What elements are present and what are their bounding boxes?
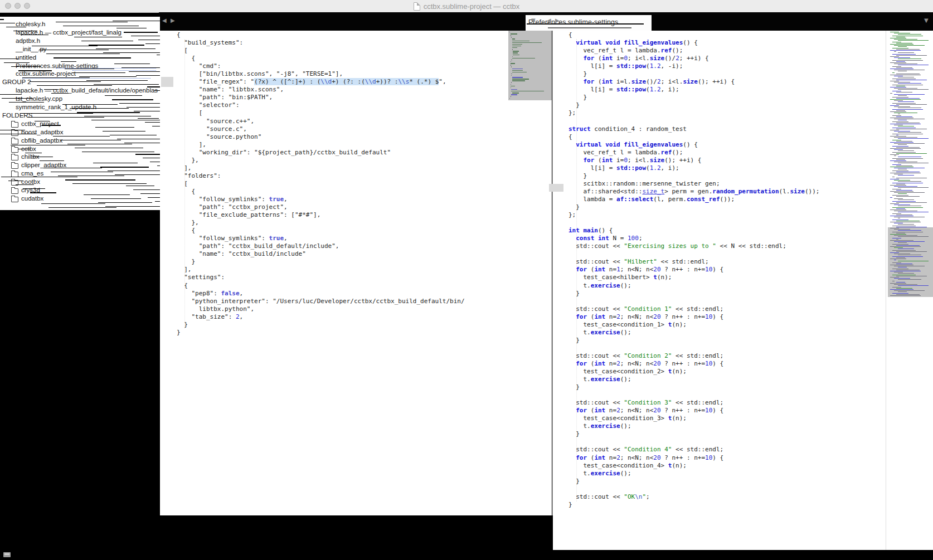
sidebar: cholesky.hlapacke.h — cctbx_project/fast… (0, 17, 160, 210)
minimap-line (511, 91, 544, 91)
minimap-json[interactable] (508, 31, 552, 100)
minimap-line (898, 65, 929, 65)
minimap-line (898, 267, 907, 267)
minimap-line (894, 137, 917, 138)
cpp-code-area[interactable]: { virtual void fill_eigenvalues() { vec_… (568, 31, 819, 509)
minimap-line (512, 46, 521, 46)
minimap-line (890, 44, 913, 45)
glitch-artifact (61, 61, 76, 62)
minimap-line (512, 92, 519, 93)
sidebar-item-cholesky.h[interactable]: cholesky.h (16, 21, 45, 29)
minimap-line (892, 115, 901, 116)
glitch-artifact (63, 26, 139, 26)
minimap-line (512, 47, 517, 48)
minimap-line (890, 259, 906, 259)
tab-scroll-right-icon[interactable]: ▶ (171, 17, 175, 23)
minimap-line (898, 89, 929, 90)
minimap-line (894, 125, 903, 125)
minimap-line (892, 244, 908, 245)
minimap-line (890, 203, 899, 204)
folder-icon (11, 147, 18, 153)
glitch-artifact (134, 111, 160, 111)
glitch-artifact (65, 179, 135, 181)
minimap-line (894, 192, 925, 193)
tab-preferences-sublime-settings[interactable]: Preferences.sublime-settings (526, 15, 652, 31)
minimap-line (896, 184, 905, 184)
json-code-area[interactable]: { "build_systems": [ { "cmd": ["bin/libt… (177, 31, 465, 337)
minimap-line (896, 270, 920, 270)
minimap-line (892, 226, 916, 226)
glitch-artifact (527, 23, 644, 25)
minimap-line (890, 154, 899, 155)
glitch-artifact (103, 52, 160, 53)
minimap-line (894, 113, 917, 113)
glitch-artifact (0, 23, 15, 23)
minimap-line (898, 132, 921, 133)
minimap-line (511, 37, 512, 37)
minimap-cpp[interactable] (888, 32, 933, 297)
sidebar-item-lapacke.h[interactable]: lapacke.h — cctbx_build_default/include/… (16, 87, 158, 95)
overflow-tabs-icon-2[interactable]: ▼ (924, 17, 929, 23)
glitch-artifact (154, 90, 160, 91)
glitch-artifact (77, 112, 140, 113)
glitch-artifact (136, 75, 160, 76)
glitch-artifact (1, 177, 77, 177)
minimap-line (890, 50, 921, 51)
minimap-line (896, 208, 905, 209)
minimap-line (890, 173, 921, 173)
glitch-artifact (21, 35, 48, 35)
minimap-line (896, 165, 912, 166)
minimap-line (512, 49, 513, 50)
tab-scroll-left-icon[interactable]: ◀ (162, 17, 167, 23)
minimap-line (896, 251, 927, 252)
minimap-line (890, 240, 913, 241)
minimap-line (511, 63, 515, 64)
glitch-artifact (116, 28, 147, 28)
minimap-line (896, 86, 905, 86)
minimap-line (892, 293, 908, 294)
minimap-line (892, 158, 923, 159)
minimap-line (898, 242, 907, 243)
minimap-line (892, 72, 895, 73)
minimap-line (894, 241, 925, 242)
minimap-line (890, 111, 906, 112)
minimap-line (894, 223, 903, 223)
minimap-line (512, 41, 529, 41)
sidebar-item-adptbx.h[interactable]: adptbx.h (16, 37, 40, 46)
glitch-artifact (32, 46, 98, 46)
glitch-artifact (86, 80, 148, 81)
minimap-line (894, 229, 910, 230)
glitch-artifact (53, 136, 110, 137)
tab-label: Preferences.sublime-settings (528, 18, 618, 26)
minimap-line (892, 195, 908, 196)
glitch-artifact (150, 162, 160, 162)
minimap-line (892, 91, 901, 91)
glitch-artifact (108, 171, 160, 171)
minimap-line (896, 221, 920, 221)
glitch-artifact (117, 139, 160, 139)
glitch-artifact (155, 201, 160, 202)
glitch-artifact (84, 194, 130, 195)
overflow-tabs-icon[interactable]: ▼ (531, 17, 536, 23)
minimap-line (898, 157, 921, 157)
glitch-artifact (548, 27, 631, 28)
minimap-line (512, 56, 513, 57)
minimap-line (892, 121, 908, 122)
sidebar-item-untitled[interactable]: untitled (16, 54, 36, 62)
minimap-line (894, 266, 925, 266)
minimap-line (898, 187, 929, 188)
minimap-line (896, 202, 927, 203)
tab-scroll-left-icon-2[interactable]: ◀ (547, 17, 551, 23)
minimap-line (898, 126, 914, 126)
glitch-artifact (32, 157, 53, 157)
tab-scroll-right-icon-2[interactable]: ▶ (555, 17, 560, 23)
glitch-artifact (72, 183, 147, 184)
minimap-line (898, 71, 907, 71)
minimap-line (896, 257, 905, 258)
glitch-artifact (22, 78, 150, 79)
glitch-artifact (89, 45, 144, 46)
minimap-line (511, 82, 512, 82)
minimap-line (892, 42, 901, 42)
minimap-line (511, 86, 516, 86)
glitch-artifact (6, 27, 26, 27)
